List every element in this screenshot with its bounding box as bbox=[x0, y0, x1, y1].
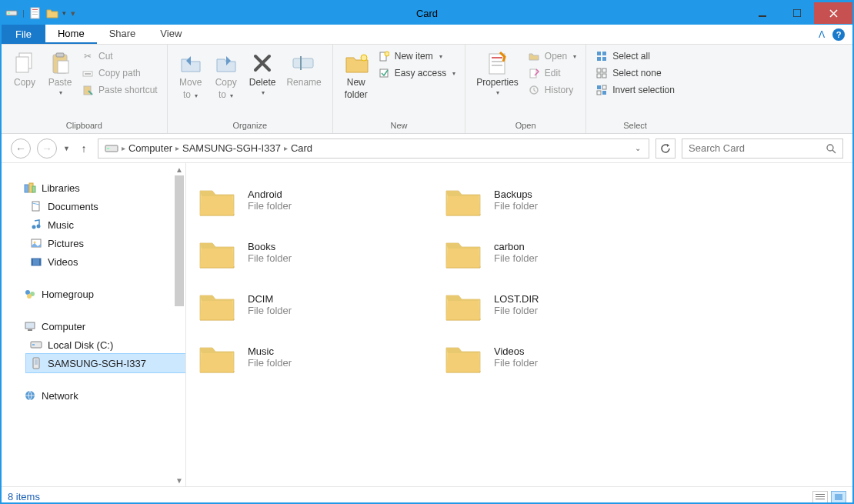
open-button[interactable]: Open ▾ bbox=[525, 48, 579, 65]
tree-device-selected[interactable]: SAMSUNG-SGH-I337 bbox=[26, 354, 185, 372]
history-button[interactable]: History bbox=[525, 82, 579, 98]
search-box[interactable] bbox=[682, 139, 843, 159]
folder-item[interactable]: MusicFile folder bbox=[194, 335, 432, 379]
svg-rect-28 bbox=[597, 52, 601, 55]
icons-view-button[interactable] bbox=[831, 491, 846, 503]
new-item-icon bbox=[378, 50, 390, 62]
chevron-down-icon: ▾ bbox=[59, 89, 62, 96]
folder-name: Android bbox=[248, 189, 292, 200]
svg-rect-41 bbox=[107, 148, 109, 149]
back-button[interactable]: ← bbox=[11, 139, 31, 159]
tree-homegroup[interactable]: Homegroup bbox=[8, 285, 185, 303]
folder-item[interactable]: DCIMFile folder bbox=[194, 283, 432, 326]
tree-music[interactable]: Music bbox=[26, 215, 185, 234]
folder-icon bbox=[443, 182, 483, 219]
copy-path-button[interactable]: Copy path bbox=[78, 65, 161, 82]
forward-button[interactable]: → bbox=[37, 139, 57, 159]
tree-network[interactable]: Network bbox=[8, 386, 185, 405]
refresh-button[interactable] bbox=[656, 139, 676, 159]
ribbon-group-organize: Move to ▾ Copy to ▾ Delete ▾ Rename Orga… bbox=[168, 45, 333, 133]
copy-path-icon bbox=[82, 67, 94, 79]
invert-selection-button[interactable]: Invert selection bbox=[592, 82, 678, 98]
address-bar[interactable]: ▸ Computer ▸ SAMSUNG-SGH-I337 ▸ Card ⌄ bbox=[98, 139, 649, 159]
copy-button[interactable]: Copy bbox=[8, 48, 42, 91]
qat-dropdown-icon[interactable]: ▾ bbox=[62, 9, 66, 17]
move-to-button[interactable]: Move to ▾ bbox=[174, 48, 208, 103]
delete-button[interactable]: Delete ▾ bbox=[245, 48, 281, 99]
folder-icon bbox=[197, 339, 237, 375]
svg-point-48 bbox=[37, 225, 41, 229]
scroll-down-icon[interactable]: ▼ bbox=[173, 474, 185, 486]
chevron-down-icon: ▾ bbox=[262, 89, 265, 96]
svg-rect-16 bbox=[293, 58, 313, 68]
svg-rect-34 bbox=[597, 74, 601, 78]
recent-locations-dropdown[interactable]: ▼ bbox=[63, 145, 70, 152]
svg-rect-58 bbox=[28, 329, 32, 331]
new-folder-icon bbox=[344, 51, 369, 75]
help-icon[interactable]: ? bbox=[832, 28, 845, 41]
svg-rect-36 bbox=[597, 85, 601, 89]
address-dropdown-icon[interactable]: ⌄ bbox=[630, 144, 646, 152]
tree-local-disk[interactable]: Local Disk (C:) bbox=[26, 335, 185, 354]
scroll-thumb[interactable] bbox=[175, 175, 184, 306]
ribbon-tabs: File Home Share View ᐱ ? bbox=[2, 25, 852, 45]
home-tab[interactable]: Home bbox=[45, 25, 97, 44]
edit-button[interactable]: Edit bbox=[525, 65, 579, 82]
properties-button[interactable]: Properties ▾ bbox=[472, 48, 523, 99]
paste-button[interactable]: Paste ▾ bbox=[43, 48, 77, 99]
up-button[interactable]: ↑ bbox=[76, 141, 92, 156]
folder-item[interactable]: AndroidFile folder bbox=[194, 179, 432, 222]
new-item-button[interactable]: New item ▾ bbox=[375, 48, 459, 65]
close-button[interactable] bbox=[814, 2, 852, 24]
new-folder-button[interactable]: New folder bbox=[339, 48, 373, 103]
copy-to-button[interactable]: Copy to ▾ bbox=[209, 48, 243, 103]
svg-rect-66 bbox=[816, 499, 825, 499]
sidebar-scrollbar[interactable]: ▲ ▼ bbox=[173, 163, 185, 486]
view-tab[interactable]: View bbox=[148, 25, 194, 44]
share-tab[interactable]: Share bbox=[97, 25, 148, 44]
maximize-button[interactable] bbox=[779, 2, 814, 24]
search-input[interactable] bbox=[689, 142, 826, 154]
content-pane[interactable]: AndroidFile folderBackupsFile folderBook… bbox=[186, 163, 852, 486]
title-bar: │ ▾ ▾ Card bbox=[2, 2, 852, 25]
scroll-up-icon[interactable]: ▲ bbox=[173, 163, 185, 175]
ribbon-group-open: Properties ▾ Open ▾ Edit History Op bbox=[465, 45, 586, 133]
collapse-ribbon-icon[interactable]: ᐱ bbox=[819, 29, 825, 40]
folder-type: File folder bbox=[494, 200, 538, 212]
tree-pictures[interactable]: Pictures bbox=[26, 234, 185, 252]
select-none-button[interactable]: Select none bbox=[592, 65, 678, 82]
tree-libraries[interactable]: Libraries bbox=[8, 179, 185, 197]
easy-access-button[interactable]: Easy access ▾ bbox=[375, 65, 459, 82]
cut-button[interactable]: ✂ Cut bbox=[78, 48, 161, 65]
ribbon-group-new: New folder New item ▾ Easy access ▾ New bbox=[333, 45, 465, 133]
breadcrumb-drive-icon[interactable] bbox=[102, 144, 122, 153]
folder-item[interactable]: carbonFile folder bbox=[440, 231, 679, 274]
svg-rect-5 bbox=[32, 14, 38, 15]
easy-access-icon bbox=[378, 67, 390, 79]
qat-overflow: ▾ bbox=[71, 8, 75, 18]
folder-qat-icon[interactable] bbox=[45, 6, 59, 20]
details-view-button[interactable] bbox=[812, 491, 828, 503]
drive-icon[interactable] bbox=[5, 6, 18, 20]
folder-item[interactable]: LOST.DIRFile folder bbox=[440, 283, 679, 326]
tree-computer[interactable]: Computer bbox=[8, 317, 185, 335]
paste-icon bbox=[48, 51, 72, 75]
breadcrumb-card[interactable]: Card bbox=[288, 142, 315, 154]
tree-videos[interactable]: Videos bbox=[26, 252, 185, 271]
folder-item[interactable]: BackupsFile folder bbox=[440, 179, 679, 222]
disk-icon bbox=[29, 338, 43, 352]
properties-qat-icon[interactable] bbox=[28, 6, 42, 20]
breadcrumb-computer[interactable]: Computer bbox=[125, 142, 175, 154]
select-all-button[interactable]: Select all bbox=[592, 48, 678, 65]
folder-item[interactable]: BooksFile folder bbox=[194, 231, 432, 274]
rename-button[interactable]: Rename bbox=[282, 48, 325, 91]
svg-rect-23 bbox=[492, 57, 502, 58]
folder-item[interactable]: VideosFile folder bbox=[440, 335, 679, 379]
minimize-button[interactable] bbox=[745, 2, 779, 24]
file-tab[interactable]: File bbox=[2, 25, 45, 44]
tree-documents[interactable]: Documents bbox=[26, 197, 185, 215]
network-icon bbox=[23, 389, 37, 402]
paste-shortcut-button[interactable]: Paste shortcut bbox=[78, 82, 161, 98]
breadcrumb-device[interactable]: SAMSUNG-SGH-I337 bbox=[179, 142, 284, 154]
search-icon[interactable] bbox=[826, 143, 836, 154]
